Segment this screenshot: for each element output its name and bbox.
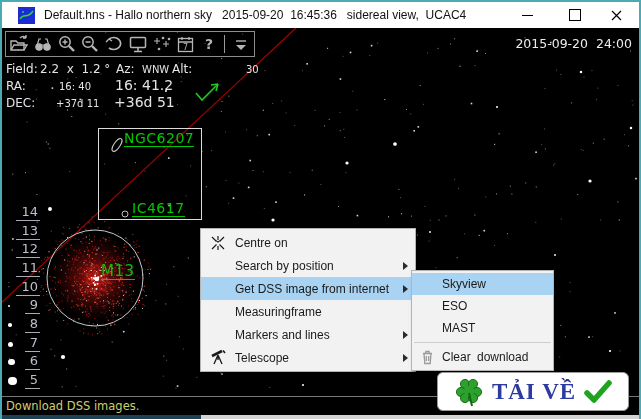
submenu-item-clear-download[interactable]: Clear download	[412, 346, 553, 368]
az-value: WNW	[142, 64, 169, 75]
ra-mouse-value: 16: 40	[59, 81, 91, 92]
magnitude-dot	[8, 359, 15, 366]
maximize-icon	[569, 9, 581, 21]
clover-icon	[454, 377, 484, 407]
maximize-button[interactable]	[558, 2, 592, 28]
submenu-item-eso[interactable]: ESO	[412, 295, 553, 317]
magnitude-dot	[8, 377, 17, 386]
centre-on-icon	[201, 235, 235, 251]
alt-label: Alt:	[172, 62, 192, 76]
menu-item-label: Markers and lines	[235, 328, 403, 342]
field-value: 2.2 x 1.2 °	[40, 62, 110, 76]
menu-item-label: ESO	[442, 299, 553, 313]
magnitude-row: 8	[8, 316, 40, 334]
menu-item-measuringframe[interactable]: Measuringframe	[201, 300, 415, 323]
app-icon	[18, 7, 35, 24]
submenu-item-mast[interactable]: MAST	[412, 317, 553, 339]
window-title: Default.hns - Hallo northern sky 2015-09…	[44, 8, 466, 22]
menu-item-label: Telescope	[235, 351, 403, 365]
magnitude-row: 12	[8, 241, 40, 259]
magnitude-row: 11	[8, 260, 40, 278]
menu-item-search-by-position[interactable]: Search by position	[201, 254, 415, 277]
object-label-ngc6207[interactable]: NGC6207	[124, 131, 194, 147]
menu-item-markers-and-lines[interactable]: Markers and lines	[201, 323, 415, 346]
menu-item-label: MAST	[442, 321, 553, 335]
svg-text:7: 7	[183, 43, 188, 52]
sky-clock: 2015-09-20 24:00	[515, 36, 632, 51]
menu-item-label: Skyview	[442, 277, 553, 291]
zoom-out-icon[interactable]	[79, 33, 102, 55]
field-label: Field:	[6, 62, 38, 76]
context-menu: Centre on Search by position Get DSS ima…	[200, 228, 416, 372]
menu-item-label: Measuringframe	[235, 305, 415, 319]
magnitude-row: 13	[8, 223, 40, 241]
submenu-arrow-icon	[403, 331, 408, 339]
open-file-icon[interactable]	[8, 33, 31, 55]
az-label: Az:	[116, 62, 135, 76]
submenu-item-skyview[interactable]: Skyview	[412, 273, 553, 295]
ra-label: RA:	[6, 79, 26, 93]
magnitude-row: 7	[8, 335, 40, 353]
menu-separator	[414, 342, 551, 343]
trash-icon	[412, 349, 442, 365]
dec-centre-value: +36d 51	[114, 94, 175, 110]
download-watermark[interactable]: TẢI VỀ	[437, 372, 629, 411]
menu-item-label: Search by position	[235, 259, 403, 273]
status-text: Download DSS images.	[6, 399, 139, 413]
menu-item-label: Get DSS image from internet	[235, 282, 403, 296]
titlebar[interactable]: Default.hns - Hallo northern sky 2015-09…	[2, 2, 639, 28]
object-label-ic4617[interactable]: IC4617	[132, 201, 185, 217]
magnitude-row: 6	[8, 353, 40, 371]
menu-item-centre-on[interactable]: Centre on	[201, 231, 415, 254]
menu-item-telescope[interactable]: Telescope	[201, 346, 415, 369]
app-window: Default.hns - Hallo northern sky 2015-09…	[0, 0, 641, 419]
magnitude-row: 10	[8, 279, 40, 297]
display-settings-icon[interactable]	[127, 33, 150, 55]
checkmark-icon	[584, 380, 612, 404]
minimize-icon	[522, 15, 533, 16]
close-icon	[611, 10, 622, 21]
menu-dropdown-icon[interactable]	[229, 33, 252, 55]
object-label-m13[interactable]: M13	[101, 264, 135, 280]
zoom-in-icon[interactable]	[55, 33, 78, 55]
alt-value: 30	[246, 64, 259, 75]
dec-label: DEC:	[6, 96, 35, 110]
menu-item-label: Centre on	[235, 236, 415, 250]
undo-view-icon[interactable]	[103, 33, 126, 55]
toolbar: 7 ?	[5, 31, 255, 57]
magnitude-dot	[8, 342, 13, 347]
dss-submenu: Skyview ESO MAST Clear download	[411, 270, 554, 371]
dec-mouse-value: +37d 11	[56, 98, 99, 109]
magnitude-row: 9	[8, 297, 40, 315]
help-icon[interactable]: ?	[198, 33, 221, 55]
close-button[interactable]	[599, 2, 633, 28]
toolbar-separator	[224, 35, 225, 53]
minimize-button[interactable]	[510, 2, 544, 28]
ra-centre-value: 16: 41.2	[115, 77, 173, 93]
search-object-icon[interactable]	[32, 33, 55, 55]
watermark-text: TẢI VỀ	[492, 379, 576, 405]
magnitude-dot	[8, 305, 10, 307]
magnitude-row: 14	[8, 204, 40, 222]
date-time-icon[interactable]: 7	[174, 33, 197, 55]
bottom-window-edge	[0, 415, 641, 419]
submenu-arrow-icon	[403, 354, 408, 362]
deep-sky-icon[interactable]	[150, 33, 173, 55]
submenu-arrow-icon	[403, 262, 408, 270]
telescope-icon	[201, 349, 235, 366]
submenu-arrow-icon	[403, 285, 408, 293]
menu-item-label: Clear download	[442, 350, 553, 364]
menu-item-get-dss-image[interactable]: Get DSS image from internet	[201, 277, 415, 300]
magnitude-row: 5	[8, 372, 40, 390]
magnitude-dot	[8, 323, 12, 327]
